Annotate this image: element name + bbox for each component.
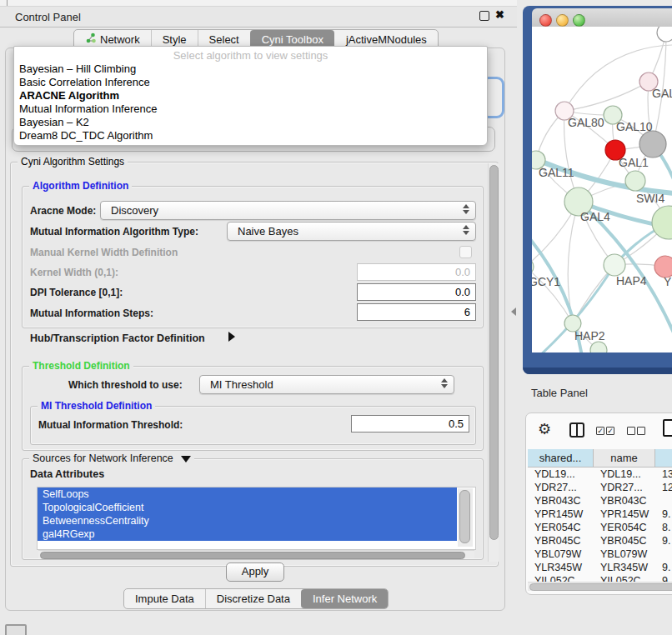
mode-tab-discretize-data[interactable]: Discretize Data [205,589,301,608]
table-cell: YER054C [594,521,655,534]
table-row[interactable]: YPR145WYPR145W9. [528,508,672,521]
control-panel-title: Control Panel [15,11,81,23]
table-hscroll-thumb[interactable] [529,583,672,591]
close-icon[interactable]: ✖ [495,8,504,21]
mi-algorithm-type-label: Mutual Information Algorithm Type: [30,226,198,238]
mode-tab-label: Discretize Data [217,589,290,608]
gear-icon[interactable]: ⚙ [538,420,551,438]
stepper-icon [463,225,469,235]
attr-list-vscrollbar[interactable] [458,488,473,547]
table-row[interactable]: YBR043CYBR043C [528,494,672,508]
select-all-checkbox-icon[interactable]: ✓ [596,427,604,435]
mode-tab-infer-network[interactable]: Infer Network [301,589,388,608]
table-cell: YDR27... [594,481,655,494]
table-row[interactable]: YDR27...YDR27...12 [528,481,672,494]
network-canvas[interactable]: GALGAL80GAL10GAL1GAL11GAL4SWI4GCY1HAP4YH… [532,27,672,352]
algorithm-definition-legend: Algorithm Definition [29,180,132,192]
table-row[interactable]: YLR345WYLR345W9. [528,561,672,574]
attribute-item[interactable]: SelfLoops [38,488,457,501]
network-node-swi4[interactable] [652,206,672,239]
table-cell: 12 [655,481,672,494]
mi-steps-field[interactable]: 6 [357,303,476,321]
mi-algorithm-type-value: Naive Bayes [238,225,298,238]
mi-steps-label: Mutual Information Steps: [30,308,153,319]
data-attributes-list[interactable]: SelfLoopsTopologicalCoefficientBetweenne… [37,487,476,550]
stepper-icon [463,204,469,214]
table-row[interactable]: YDL19...YDL19...13 [528,468,672,481]
algorithm-option[interactable]: Bayesian – K2 [14,116,487,129]
dpi-tolerance-field[interactable]: 0.0 [357,283,476,301]
settings-vertical-scrollbar[interactable] [488,163,499,562]
attribute-item[interactable]: BetweennessCentrality [38,514,457,528]
table-cell: 9. [655,508,672,521]
network-node[interactable] [657,27,672,42]
network-node-hap4[interactable] [604,254,625,276]
deselect-all-checkbox-icon[interactable] [627,427,635,435]
network-node-gal1[interactable] [625,171,645,191]
table-hscrollbar[interactable] [528,582,672,591]
cyni-mode-tabs: Impute DataDiscretize DataInfer Network [123,588,389,609]
select-all-checkbox-icon[interactable]: ✓ [606,427,614,435]
aracne-mode-combo[interactable]: Discovery [100,201,476,220]
mode-tab-impute-data[interactable]: Impute Data [124,589,205,608]
splitter-collapse-icon[interactable] [511,308,516,316]
columns-icon[interactable] [569,422,584,438]
algorithm-option[interactable]: Bayesian – Hill Climbing [14,62,487,76]
mi-threshold-field[interactable]: 0.5 [351,415,469,432]
zoom-traffic-light[interactable] [573,14,585,27]
table-cell: YDL19... [528,468,594,481]
apply-button[interactable]: Apply [226,562,284,582]
column-header[interactable]: name [594,449,655,468]
node-label: HAP2 [574,329,605,342]
minimized-panel-icon[interactable] [5,624,27,635]
hub-definition-label: Hub/Transcription Factor Definition [30,332,205,344]
table-row[interactable]: YBL079WYBL079W [528,548,672,561]
kernel-width-field[interactable]: 0.0 [357,263,476,281]
column-header[interactable]: shared... [528,449,594,468]
attr-list-vscroll-thumb[interactable] [459,490,470,543]
settings-scrollbar-thumb[interactable] [489,165,499,540]
attr-list-hscrollbar[interactable] [38,550,474,558]
which-threshold-label: Which threshold to use: [68,379,183,391]
table-cell: YLR345W [594,561,655,574]
table-row[interactable]: YER054CYER054C8. [528,521,672,534]
table-cell: YBL079W [528,548,594,561]
table-row[interactable]: YBR045CYBR045C9. [528,534,672,548]
top-strip-tick [7,0,8,6]
column-header[interactable]: A [655,449,672,468]
which-threshold-value: MI Threshold [210,378,273,391]
table-cell [655,494,672,508]
page-icon[interactable] [663,419,672,437]
attribute-item[interactable]: gal4RGexp [38,528,457,541]
table-cell: YBR045C [594,534,655,548]
manual-kernel-checkbox[interactable] [459,246,472,258]
dpi-tolerance-label: DPI Tolerance [0,1]: [30,287,123,298]
mi-algorithm-type-combo[interactable]: Naive Bayes [227,222,476,241]
minimize-traffic-light[interactable] [556,14,569,27]
attribute-item[interactable]: TopologicalCoefficient [38,501,457,514]
algorithm-option[interactable]: ARACNE Algorithm [14,89,487,102]
algorithm-option[interactable]: Dream8 DC_TDC Algorithm [14,129,487,142]
attr-list-hscroll-thumb[interactable] [40,552,465,559]
top-strip [0,0,517,7]
expander-right-icon[interactable] [228,332,235,342]
deselect-all-checkbox-icon[interactable] [637,427,645,435]
algorithm-dropdown-list: Select algorithm to view settings Bayesi… [13,46,488,146]
algorithm-option[interactable]: Basic Correlation Inference [14,76,487,89]
node-label: GAL1 [619,156,649,169]
network-node[interactable] [639,131,666,158]
table-panel: ⚙ ✓ ✓ shared...nameAYDL19...YDL19...13YD… [525,412,672,595]
close-traffic-light[interactable] [539,14,552,27]
which-threshold-combo[interactable]: MI Threshold [199,375,454,394]
mode-tab-label: Infer Network [313,589,377,608]
node-table: shared...nameAYDL19...YDL19...13YDR27...… [528,449,672,588]
node-label: Y [664,275,672,288]
table-cell: 9. [655,561,672,574]
float-window-icon[interactable] [479,11,489,21]
stepper-icon [441,378,448,388]
table-cell: YLR345W [528,561,594,574]
sources-legend: Sources for Network Inference [29,452,194,464]
network-node[interactable] [590,342,607,352]
algorithm-option[interactable]: Mutual Information Inference [14,102,487,116]
expander-down-icon[interactable] [181,456,191,462]
